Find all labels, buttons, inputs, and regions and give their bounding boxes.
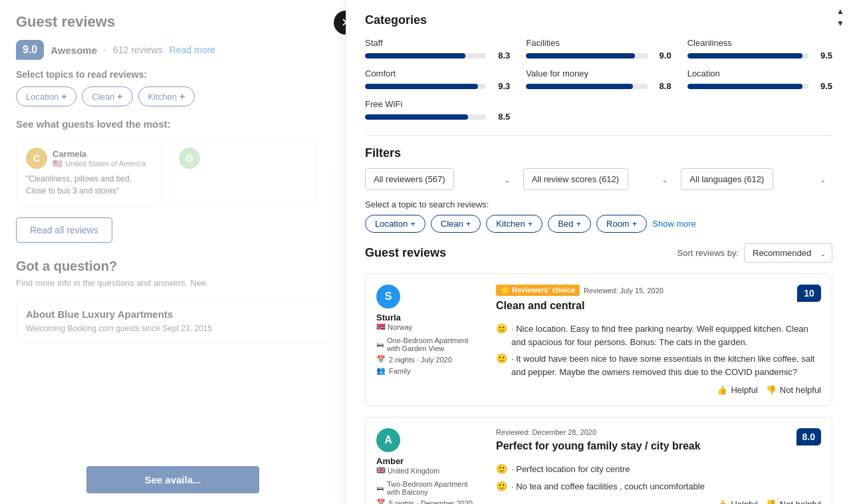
review-text-carmela: "Cleanliness, pillows and bed. Close to … [26,173,152,197]
review-headline-amber: Perfect for young family stay / city bre… [496,440,701,452]
category-comfort-label: Comfort [365,68,510,78]
filters-title: Filters [365,146,832,160]
review-left-sturla: S Sturla 🇳🇴 Norway 🛏 One-Bedroom Apartme… [376,285,483,395]
categories-title: Categories [365,13,832,27]
see-availability-button[interactable]: See availa... [86,466,259,493]
topic-btn-clean[interactable]: Clean + [82,86,132,106]
divider-1 [365,135,832,136]
got-question-desc: Find more info in the questions and answ… [16,278,330,288]
topic-search-kitchen[interactable]: Kitchen + [486,215,543,233]
review-count-num: 612 reviews [113,45,163,55]
read-more-link[interactable]: Read more [170,45,215,55]
category-comfort-score: 9.3 [491,81,510,91]
sort-select[interactable]: Recommended [744,243,832,263]
show-more-link[interactable]: Show more [652,215,696,233]
scroll-up-button[interactable]: ▲ [835,5,846,17]
review-negative-amber: 🙂 · No tea and coffee facilities , couch… [496,480,821,493]
topic-search-bed[interactable]: Bed + [548,215,591,233]
positive-icon-sturla: 🙂 [496,323,507,334]
category-value: Value for money 8.8 [526,68,671,91]
review-card-partial: G [169,138,315,207]
review-top-amber: Reviewed: December 28, 2020 Perfect for … [496,428,821,457]
bed-icon: 🛏 [376,340,384,348]
category-facilities-score: 9.0 [653,51,671,61]
close-modal-button[interactable]: ✕ [334,11,346,35]
review-count: · [104,45,106,55]
flag-uk: 🇬🇧 [376,466,386,475]
bed-icon-amber: 🛏 [376,484,384,492]
score-label: Awesome [51,45,97,56]
not-helpful-button-sturla[interactable]: 👎 Not helpful [766,385,821,395]
category-cleanliness-label: Cleanliness [687,38,832,48]
category-value-track [526,84,647,89]
category-value-fill [526,84,632,89]
scroll-down-button[interactable]: ▼ [835,17,846,29]
reviews-modal-panel: ▲ ▼ Categories Staff 8.3 Facilities [346,0,851,504]
category-comfort-track [365,84,486,89]
helpful-button-amber[interactable]: 👍 Helpful [717,499,757,504]
positive-icon-amber: 🙂 [496,463,507,474]
topic-btn-kitchen[interactable]: Kitchen + [138,86,195,106]
nights-amber: 📅 5 nights · December 2020 [376,499,483,504]
review-item-amber: A Amber 🇬🇧 United Kingdom 🛏 Two-Bedroom … [365,417,832,504]
review-card-carmela: C Carmela 🇺🇸 United States of America "C… [16,138,162,207]
category-wifi-fill [365,114,468,120]
traveller-sturla: 👥 Family [376,366,483,375]
category-wifi: Free WiFi 8.5 [365,99,510,122]
about-text: Welcoming Booking.com guests since Sept … [26,324,320,333]
reviewer-country-sturla: 🇳🇴 Norway [376,322,483,331]
category-location-fill [687,84,802,89]
topic-search-location[interactable]: Location + [365,215,426,233]
topic-search-room[interactable]: Room + [596,215,647,233]
reviewers-choice-badge: ⭐ Reviewers' choice [496,285,580,296]
negative-icon-sturla: 🙂 [496,353,507,364]
category-cleanliness: Cleanliness 9.5 [687,38,832,61]
review-actions-amber: 👍 Helpful 👎 Not helpful [496,499,821,504]
review-left-amber: A Amber 🇬🇧 United Kingdom 🛏 Two-Bedroom … [376,428,483,504]
topic-search-buttons: Location + Clean + Kitchen + Bed + Room … [365,215,832,233]
category-comfort: Comfort 9.3 [365,68,510,91]
calendar-icon-amber: 📅 [376,499,386,504]
filter-reviewers-select[interactable]: All reviewers (567) [365,168,454,190]
review-positive-sturla: 🙂 · Nice location. Easy to find free par… [496,322,821,348]
category-location-track [687,84,808,89]
category-facilities: Facilities 9.0 [526,38,671,61]
not-helpful-button-amber[interactable]: 👎 Not helpful [766,499,821,504]
family-icon-sturla: 👥 [376,366,386,375]
negative-icon-amber: 🙂 [496,481,507,491]
thumbup-icon-sturla: 👍 [717,385,727,395]
category-cleanliness-track [687,53,808,59]
filter-languages-select[interactable]: All languages (612) [681,168,773,190]
reviewer-avatar-carmela: C [26,148,47,169]
category-wifi-score: 8.5 [491,112,510,122]
category-value-score: 8.8 [653,81,671,91]
filter-languages-wrap: All languages (612) [681,168,832,190]
reviewer-country-carmela: 🇺🇸 United States of America [53,159,146,168]
nights-sturla: 📅 2 nights · July 2020 [376,355,483,364]
filter-scores-select[interactable]: All review scores (612) [523,168,628,190]
review-actions-sturla: 👍 Helpful 👎 Not helpful [496,385,821,395]
reviewer-avatar-sturla: S [376,285,400,309]
review-score-amber: 8.0 [796,428,821,445]
review-top-sturla: ⭐ Reviewers' choice Reviewed: July 15, 2… [496,285,821,317]
score-badge: 9.0 [16,40,44,60]
sort-label: Sort reviews by: [677,248,739,258]
helpful-button-sturla[interactable]: 👍 Helpful [717,385,757,395]
category-facilities-label: Facilities [526,38,671,48]
reviewer-country-amber: 🇬🇧 United Kingdom [376,466,483,475]
category-cleanliness-fill [687,53,802,59]
filter-reviewers-wrap: All reviewers (567) [365,168,517,190]
filters-row: All reviewers (567) All review scores (6… [365,168,832,190]
topic-search-clean[interactable]: Clean + [431,215,481,233]
category-location: Location 9.5 [687,68,832,91]
flag-norway: 🇳🇴 [376,322,386,331]
sort-select-wrap: Recommended [744,243,832,263]
review-headline-sturla: Clean and central [496,300,664,312]
topic-btn-location[interactable]: Location + [16,86,76,106]
review-score-sturla: 10 [797,285,821,302]
category-staff-score: 8.3 [491,51,510,61]
reviewers-choice-badge-row: ⭐ Reviewers' choice Reviewed: July 15, 2… [496,285,664,296]
review-positive-amber: 🙂 · Perfect location for city centre [496,463,821,476]
read-all-reviews-button[interactable]: Read all reviews [16,217,112,243]
room-type-sturla: 🛏 One-Bedroom Apartment with Garden View [376,336,483,352]
